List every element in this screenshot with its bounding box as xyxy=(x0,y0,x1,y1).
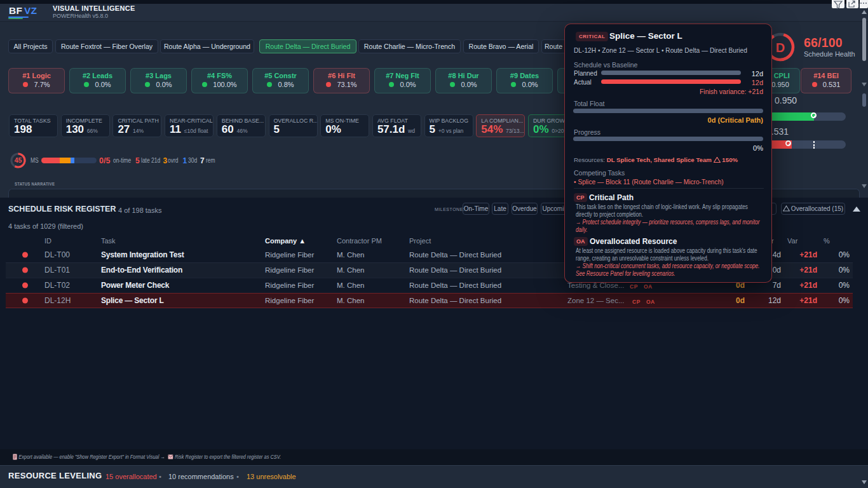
svg-text:45: 45 xyxy=(15,156,22,164)
svg-text:D: D xyxy=(776,41,785,55)
